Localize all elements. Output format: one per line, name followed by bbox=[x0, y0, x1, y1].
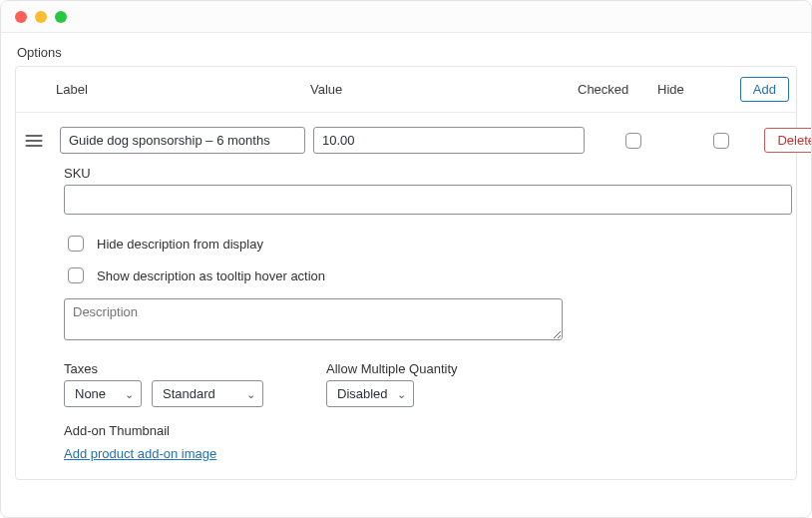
section-title: Options bbox=[17, 45, 797, 60]
hide-description-checkbox[interactable] bbox=[68, 236, 84, 252]
minimize-icon[interactable] bbox=[35, 11, 47, 23]
drag-handle-icon[interactable] bbox=[16, 133, 52, 149]
col-checked: Checked bbox=[578, 82, 657, 97]
delete-button[interactable]: Delete bbox=[764, 128, 812, 153]
col-hide: Hide bbox=[657, 82, 737, 97]
window: Options Label Value Checked Hide Add bbox=[0, 0, 812, 518]
col-label: Label bbox=[52, 82, 306, 97]
close-icon[interactable] bbox=[15, 11, 27, 23]
table-row: Delete bbox=[16, 113, 796, 164]
label-input[interactable] bbox=[60, 127, 305, 154]
sku-label: SKU bbox=[64, 166, 792, 181]
multiple-label: Allow Multiple Quantity bbox=[326, 361, 581, 376]
taxes-select-2[interactable]: Standard bbox=[152, 380, 263, 407]
sku-input[interactable] bbox=[64, 185, 792, 215]
taxes-label: Taxes bbox=[64, 361, 318, 376]
col-value: Value bbox=[306, 82, 578, 97]
tooltip-description-row[interactable]: Show description as tooltip hover action bbox=[64, 264, 792, 286]
table-header: Label Value Checked Hide Add bbox=[16, 67, 796, 113]
row-details: SKU Hide description from display Show d… bbox=[16, 164, 796, 479]
tooltip-description-label: Show description as tooltip hover action bbox=[97, 268, 325, 283]
checked-checkbox[interactable] bbox=[625, 133, 641, 149]
options-panel: Label Value Checked Hide Add Delete bbox=[15, 66, 797, 480]
description-textarea[interactable] bbox=[64, 298, 563, 340]
add-button[interactable]: Add bbox=[740, 77, 789, 102]
taxes-select-1[interactable]: None bbox=[64, 380, 142, 407]
multiple-select[interactable]: Disabled bbox=[326, 380, 414, 407]
tooltip-description-checkbox[interactable] bbox=[68, 267, 84, 283]
value-input[interactable] bbox=[313, 127, 585, 154]
hide-checkbox[interactable] bbox=[713, 133, 729, 149]
maximize-icon[interactable] bbox=[55, 11, 67, 23]
add-image-link[interactable]: Add product add-on image bbox=[64, 446, 216, 461]
thumbnail-label: Add-on Thumbnail bbox=[64, 423, 792, 438]
hide-description-row[interactable]: Hide description from display bbox=[64, 233, 792, 255]
hide-description-label: Hide description from display bbox=[97, 237, 263, 252]
content: Options Label Value Checked Hide Add bbox=[1, 33, 811, 494]
titlebar bbox=[1, 1, 811, 33]
